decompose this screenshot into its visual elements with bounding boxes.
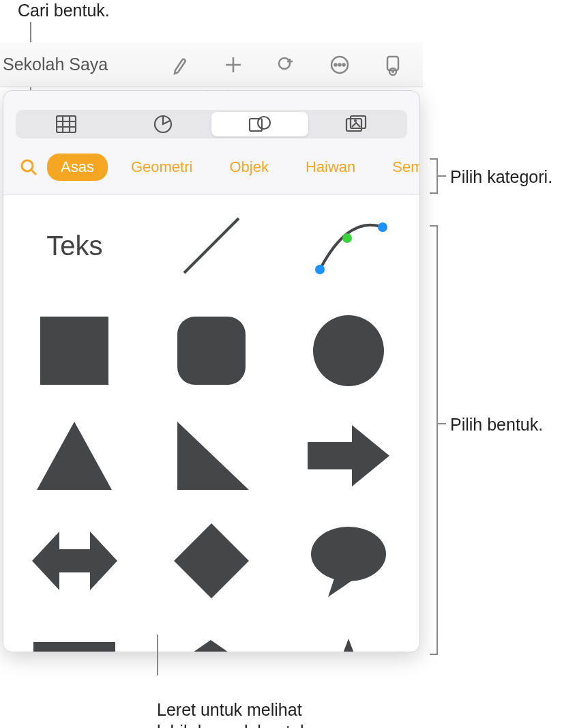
svg-marker-30	[173, 640, 248, 652]
shape-text-label: Teks	[46, 231, 102, 261]
bracket-category-stem	[438, 175, 446, 177]
svg-point-4	[343, 63, 345, 65]
svg-rect-8	[57, 116, 76, 132]
callout-search: Cari bentuk.	[18, 0, 110, 21]
svg-rect-10	[250, 119, 262, 131]
svg-rect-20	[40, 317, 108, 385]
segment-shape[interactable]	[211, 112, 308, 136]
category-objek[interactable]: Objek	[216, 154, 282, 181]
category-row: Asas Geometri Objek Haiwan Sem	[3, 154, 419, 181]
collaborate-icon[interactable]	[273, 51, 300, 78]
shape-square[interactable]	[23, 310, 127, 392]
category-asas[interactable]: Asas	[47, 154, 108, 181]
shapes-scroll-area[interactable]: Teks	[3, 194, 419, 652]
svg-point-7	[391, 70, 394, 73]
toolbar-icons	[123, 51, 423, 78]
shape-grid: Teks	[23, 205, 400, 652]
category-haiwan[interactable]: Haiwan	[292, 154, 369, 181]
shape-diamond[interactable]	[160, 520, 264, 602]
svg-point-19	[342, 233, 352, 243]
svg-point-14	[354, 119, 357, 122]
bracket-shapes	[428, 225, 438, 655]
svg-point-22	[313, 315, 384, 386]
svg-point-18	[378, 222, 387, 232]
callout-category: Pilih kategori.	[450, 166, 552, 188]
document-icon[interactable]	[379, 51, 406, 78]
shape-circle[interactable]	[296, 310, 400, 392]
svg-point-0	[279, 58, 290, 69]
shape-callout-rect[interactable]	[23, 625, 127, 652]
bracket-category	[428, 158, 438, 194]
svg-marker-24	[177, 422, 249, 490]
segment-media[interactable]	[308, 112, 405, 136]
insert-plus-icon[interactable]	[220, 51, 247, 78]
svg-point-11	[258, 117, 270, 129]
shape-speech-bubble[interactable]	[296, 520, 400, 602]
shape-triangle[interactable]	[23, 415, 127, 497]
svg-marker-29	[328, 577, 354, 597]
svg-marker-26	[32, 532, 117, 590]
segment-table[interactable]	[18, 112, 115, 136]
shape-line[interactable]	[160, 205, 264, 287]
format-brush-icon[interactable]	[166, 51, 194, 78]
shape-pentagon[interactable]	[160, 625, 264, 652]
svg-point-2	[335, 63, 337, 65]
shape-text[interactable]: Teks	[23, 205, 127, 287]
callout-shape: Pilih bentuk.	[450, 414, 543, 435]
svg-marker-25	[308, 425, 389, 486]
category-geometri[interactable]: Geometri	[117, 154, 206, 181]
callout-search-text: Cari bentuk.	[18, 1, 110, 20]
svg-point-15	[22, 160, 33, 171]
category-semua[interactable]: Sem	[379, 154, 419, 181]
toolbar: Sekolah Saya	[0, 42, 423, 87]
shape-arrow-right[interactable]	[296, 415, 400, 497]
insert-type-segmented	[16, 110, 407, 139]
search-icon[interactable]	[20, 156, 38, 179]
insert-popover: Asas Geometri Objek Haiwan Sem Teks	[3, 90, 420, 652]
segment-chart[interactable]	[115, 112, 211, 136]
svg-rect-21	[177, 317, 246, 385]
shape-star[interactable]	[296, 625, 400, 652]
callout-shape-text: Pilih bentuk.	[450, 415, 543, 434]
shape-arrow-double[interactable]	[23, 520, 127, 602]
svg-point-3	[339, 63, 341, 65]
shape-right-triangle[interactable]	[160, 415, 264, 497]
svg-marker-23	[37, 422, 112, 490]
more-icon[interactable]	[326, 51, 353, 78]
shape-curve[interactable]	[296, 205, 400, 287]
svg-point-17	[315, 265, 325, 274]
callout-swipe-text: Leret untuk melihat lebih banyak bentuk.	[157, 700, 313, 728]
callout-swipe-line	[157, 635, 158, 675]
callout-category-text: Pilih kategori.	[450, 167, 552, 186]
svg-point-28	[311, 527, 386, 581]
shape-rounded-square[interactable]	[160, 310, 264, 392]
bracket-shapes-stem	[438, 423, 446, 424]
svg-line-16	[184, 218, 239, 273]
document-title: Sekolah Saya	[0, 55, 123, 74]
callout-swipe: Leret untuk melihat lebih banyak bentuk.	[157, 678, 313, 728]
svg-marker-27	[174, 523, 249, 598]
svg-marker-31	[304, 639, 393, 652]
